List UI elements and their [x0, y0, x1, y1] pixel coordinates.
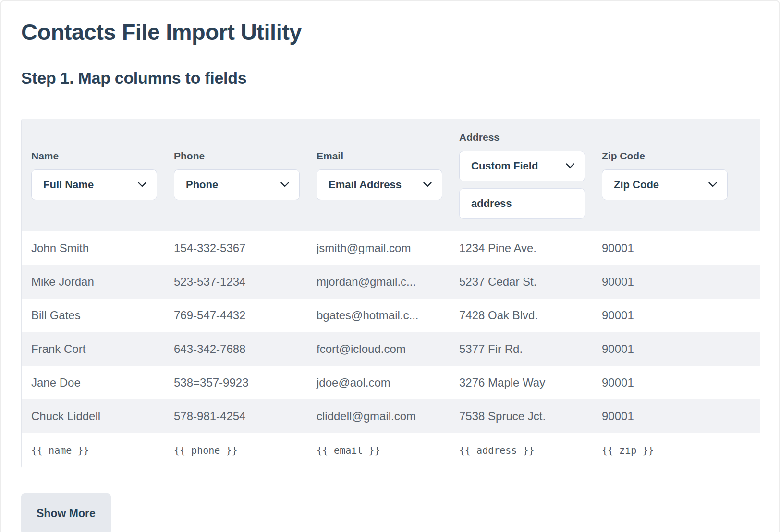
table-cell: Jane Doe — [22, 376, 164, 389]
table-cell: 578-981-4254 — [164, 410, 307, 423]
table-cell: 523-537-1234 — [164, 275, 307, 289]
table-row: Frank Cort643-342-7688fcort@icloud.com53… — [22, 332, 760, 366]
address-field-select[interactable]: Custom Field — [459, 151, 585, 181]
email-field-select[interactable]: Email Address — [317, 169, 442, 200]
table-cell: 7538 Spruce Jct. — [450, 410, 592, 423]
column-mapping-table: Name Full Name Phone Phone Email Email A… — [21, 119, 760, 468]
address-column: Address Custom Field — [450, 132, 592, 219]
chevron-down-icon — [423, 181, 432, 188]
table-cell: {{ name }} — [22, 445, 164, 456]
zip-column: Zip Code Zip Code — [592, 150, 735, 200]
table-cell: jdoe@aol.com — [307, 376, 450, 389]
table-cell: Bill Gates — [22, 309, 164, 322]
import-utility-page: Contacts File Import Utility Step 1. Map… — [0, 19, 780, 532]
table-cell: 154-332-5367 — [164, 242, 307, 255]
table-cell: 7428 Oak Blvd. — [450, 309, 592, 322]
table-cell: 90001 — [592, 376, 735, 389]
table-row: John Smith154-332-5367jsmith@gmail.com12… — [22, 231, 760, 265]
field-select-value: Full Name — [43, 179, 94, 191]
table-row: Bill Gates769-547-4432bgates@hotmail.c..… — [22, 299, 760, 332]
name-field-select[interactable]: Full Name — [31, 169, 157, 200]
chevron-down-icon — [565, 163, 575, 169]
name-column: Name Full Name — [22, 150, 164, 200]
table-cell: bgates@hotmail.c... — [307, 309, 450, 322]
table-cell: Mike Jordan — [22, 275, 164, 289]
table-cell: 90001 — [592, 410, 735, 423]
page-title: Contacts File Import Utility — [21, 19, 759, 45]
table-cell: 90001 — [592, 342, 735, 356]
field-select-value: Email Address — [329, 179, 402, 191]
table-cell: 90001 — [592, 242, 735, 255]
table-cell: {{ address }} — [450, 445, 592, 456]
table-cell: 5377 Fir Rd. — [450, 342, 592, 356]
phone-column: Phone Phone — [164, 150, 307, 200]
table-cell: 5237 Cedar St. — [450, 275, 592, 289]
column-label: Phone — [174, 150, 307, 162]
table-cell: 1234 Pine Ave. — [450, 242, 592, 255]
chevron-down-icon — [137, 181, 147, 188]
column-label: Address — [459, 132, 592, 143]
table-cell: Frank Cort — [22, 342, 164, 356]
address-custom-field-input[interactable] — [459, 188, 585, 219]
table-cell: 90001 — [592, 275, 735, 289]
step-heading: Step 1. Map columns to fields — [21, 68, 759, 88]
table-row: Mike Jordan523-537-1234mjordan@gmail.c..… — [22, 265, 760, 299]
field-select-value: Zip Code — [614, 179, 659, 191]
zip-field-select[interactable]: Zip Code — [602, 169, 728, 200]
table-row: Chuck Liddell578-981-4254cliddell@gmail.… — [22, 399, 760, 433]
field-select-value: Phone — [186, 179, 218, 191]
show-more-button[interactable]: Show More — [21, 493, 111, 532]
table-cell: fcort@icloud.com — [307, 342, 450, 356]
table-cell: 643-342-7688 — [164, 342, 307, 356]
column-label: Zip Code — [602, 150, 735, 162]
table-cell: 3276 Maple Way — [450, 376, 592, 389]
table-cell: {{ phone }} — [164, 445, 307, 456]
chevron-down-icon — [280, 181, 290, 188]
mapping-header-row: Name Full Name Phone Phone Email Email A… — [22, 119, 760, 231]
table-cell: {{ zip }} — [592, 445, 735, 456]
column-label: Email — [317, 150, 450, 162]
phone-field-select[interactable]: Phone — [174, 169, 300, 200]
chevron-down-icon — [708, 181, 718, 188]
table-row: Jane Doe538=357-9923jdoe@aol.com3276 Map… — [22, 366, 760, 399]
email-column: Email Email Address — [307, 150, 450, 200]
table-cell: cliddell@gmail.com — [307, 410, 450, 423]
template-row: {{ name }}{{ phone }}{{ email }}{{ addre… — [22, 433, 760, 468]
table-cell: 538=357-9923 — [164, 376, 307, 389]
table-cell: {{ email }} — [307, 445, 450, 456]
field-select-value: Custom Field — [471, 160, 538, 172]
preview-rows: John Smith154-332-5367jsmith@gmail.com12… — [22, 231, 760, 468]
column-label: Name — [31, 150, 164, 162]
table-cell: mjordan@gmail.c... — [307, 275, 450, 289]
table-cell: John Smith — [22, 242, 164, 255]
table-cell: 769-547-4432 — [164, 309, 307, 322]
table-cell: Chuck Liddell — [22, 410, 164, 423]
table-cell: 90001 — [592, 309, 735, 322]
table-cell: jsmith@gmail.com — [307, 242, 450, 255]
